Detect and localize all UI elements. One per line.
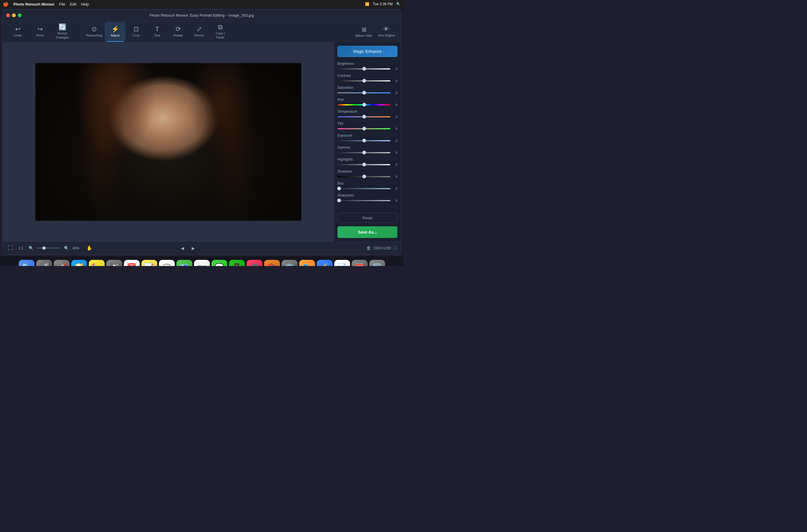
dock-facetime[interactable]: 📱 <box>229 260 245 266</box>
info-button[interactable]: ⓘ <box>393 246 397 251</box>
saturation-slider[interactable] <box>337 92 390 93</box>
blur-slider[interactable] <box>337 188 390 189</box>
pan-tool[interactable]: ✋ <box>87 245 92 251</box>
copy-paste-tool[interactable]: ⧉ Copy / Paste <box>210 22 231 42</box>
wifi-icon: 📶 <box>365 2 369 6</box>
window-title: Photo Retouch Movavi: Easy Portrait Edit… <box>150 13 254 18</box>
maximize-button[interactable] <box>18 14 22 17</box>
crop-tool[interactable]: ⊡ Crop <box>126 22 147 42</box>
revert-button[interactable]: 🔄 Revert Changes <box>52 22 73 42</box>
before-after-button[interactable]: ⊞ Before / After <box>354 23 374 41</box>
resize-tool[interactable]: ⤢ Resize <box>189 22 210 42</box>
revert-icon: 🔄 <box>58 24 66 31</box>
rotate-tool[interactable]: ⟳ Rotate <box>168 22 189 42</box>
magic-enhance-button[interactable]: Magic Enhance <box>337 46 397 57</box>
dock-system-prefs[interactable]: ⚙️ <box>282 260 297 266</box>
saturation-value: 0 <box>393 91 397 95</box>
dock: 🔍 🎤 🚀 🧭 ✏️ 📓 📅 📝 📋 🗺️ 📷 💬 📱 🎵 📚 ⚙️ 🎭 ⚡ 📄… <box>0 256 403 266</box>
hue-slider[interactable] <box>337 104 390 106</box>
sharpness-thumb[interactable] <box>337 198 341 202</box>
dock-reminders[interactable]: 📋 <box>159 260 175 266</box>
edit-menu[interactable]: Edit <box>70 2 76 6</box>
contrast-slider[interactable] <box>337 80 390 81</box>
prev-image-button[interactable]: ◀ <box>179 245 186 252</box>
gamma-thumb[interactable] <box>362 151 366 154</box>
help-menu[interactable]: Help <box>81 2 89 6</box>
app-menu: Photo Retouch Movavi <box>14 2 54 6</box>
toolbar: ↩ Undo ↪ Redo 🔄 Revert Changes ⊙ Retouch… <box>3 21 401 42</box>
redo-button[interactable]: ↪ Redo <box>30 22 51 42</box>
adjust-icon: ⚡ <box>111 26 119 33</box>
sharpness-slider[interactable] <box>337 200 390 201</box>
reset-button[interactable]: Reset <box>337 213 397 223</box>
temperature-thumb[interactable] <box>362 115 366 118</box>
dock-books[interactable]: 📚 <box>264 260 280 266</box>
dock-notes[interactable]: ✏️ <box>89 260 105 266</box>
dock-maps[interactable]: 🗺️ <box>177 260 192 266</box>
saturation-thumb[interactable] <box>362 91 366 95</box>
shadows-slider[interactable] <box>337 176 390 177</box>
dock-trash[interactable]: 🗑️ <box>369 260 385 266</box>
temperature-slider[interactable] <box>337 116 390 117</box>
gamma-slider[interactable] <box>337 152 390 153</box>
contrast-thumb[interactable] <box>362 79 366 83</box>
dock-calendar[interactable]: 📅 <box>124 260 140 266</box>
retouching-tool[interactable]: ⊙ Retouching <box>84 22 105 42</box>
tint-slider[interactable] <box>337 128 390 129</box>
dock-cal2[interactable]: 🗓️ <box>352 260 368 266</box>
dock-launchpad[interactable]: 🚀 <box>54 260 70 266</box>
fullscreen-button[interactable]: ⛶ <box>6 244 15 252</box>
contrast-adjustment: Contrast 0 <box>337 74 397 83</box>
hair-overlay <box>35 63 301 221</box>
adjust-tool[interactable]: ⚡ Adjust <box>105 22 126 42</box>
brightness-thumb[interactable] <box>362 67 366 71</box>
delete-image-button[interactable]: 🗑 <box>366 246 371 251</box>
dock-contacts[interactable]: 📓 <box>106 260 122 266</box>
hue-thumb[interactable] <box>362 103 366 107</box>
gamma-adjustment: Gamma 0 <box>337 146 397 154</box>
tint-adjustment: Tint 0 <box>337 121 397 131</box>
exposure-adjustment: Exposure 0 <box>337 133 397 142</box>
file-menu[interactable]: File <box>59 2 65 6</box>
highlights-slider[interactable] <box>337 164 390 165</box>
tint-thumb[interactable] <box>362 127 366 131</box>
canvas-area[interactable] <box>3 42 334 242</box>
hue-adjustment: Hue 0 <box>337 97 397 107</box>
status-bar: ⛶ 1:1 🔍 🔍 48% ✋ ◀ ▶ 🗑 1920×1200 ⓘ <box>3 242 401 254</box>
contrast-label: Contrast <box>337 74 397 78</box>
dock-character[interactable]: 🎭 <box>299 260 315 266</box>
shadows-thumb[interactable] <box>362 175 366 178</box>
dock-safari[interactable]: 🧭 <box>71 260 87 266</box>
highlights-thumb[interactable] <box>362 163 366 167</box>
text-tool[interactable]: T Text <box>147 22 168 42</box>
exposure-thumb[interactable] <box>362 139 366 142</box>
dock-messages[interactable]: 💬 <box>212 260 227 266</box>
zoom-thumb[interactable] <box>42 246 45 250</box>
before-after-label: Before / After <box>355 34 372 38</box>
hue-value: 0 <box>393 103 397 107</box>
adjust-label: Adjust <box>111 34 120 37</box>
view-original-button[interactable]: 👁 View Original <box>376 23 396 41</box>
zoom-slider[interactable] <box>37 248 60 248</box>
dock-siri[interactable]: 🎤 <box>36 260 52 266</box>
tint-value: 0 <box>393 127 397 131</box>
zoom-out-button[interactable]: 🔍 <box>27 245 35 252</box>
apple-menu[interactable]: 🍎 <box>3 1 9 7</box>
dock-music[interactable]: 🎵 <box>246 260 262 266</box>
tint-label: Tint <box>337 121 397 126</box>
zoom-in-button[interactable]: 🔍 <box>62 245 71 252</box>
blur-thumb[interactable] <box>337 187 341 190</box>
close-button[interactable] <box>6 14 10 17</box>
dock-stickies[interactable]: 📝 <box>142 260 157 266</box>
minimize-button[interactable] <box>12 14 16 17</box>
undo-button[interactable]: ↩ Undo <box>7 22 28 42</box>
next-image-button[interactable]: ▶ <box>189 245 197 252</box>
dock-finder[interactable]: 🔍 <box>19 260 35 266</box>
search-icon[interactable]: 🔍 <box>396 2 401 6</box>
dock-photos[interactable]: 📷 <box>194 260 210 266</box>
dock-textedit[interactable]: 📄 <box>334 260 350 266</box>
exposure-slider[interactable] <box>337 140 390 141</box>
brightness-slider[interactable] <box>337 68 390 70</box>
dock-app[interactable]: ⚡ <box>317 260 332 266</box>
save-as-button[interactable]: Save As... <box>337 226 397 238</box>
